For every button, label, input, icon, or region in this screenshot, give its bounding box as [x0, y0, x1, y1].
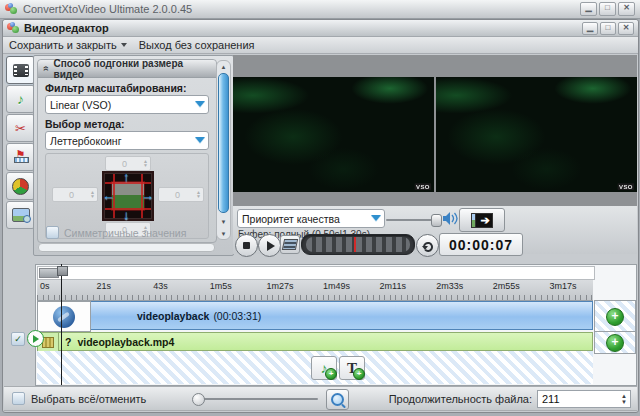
tool-color-adjust[interactable] — [6, 172, 35, 200]
scrub-position-marker[interactable] — [354, 237, 356, 252]
playhead-handle[interactable] — [57, 266, 68, 276]
timeline-scrollbar[interactable] — [37, 266, 595, 280]
spinner-down-icon[interactable]: ▼ — [621, 399, 627, 405]
watermark: VSO — [617, 183, 634, 190]
menu-bar: Сохранить и закрыть Выход без сохранения — [3, 37, 638, 54]
tool-sidebar: ♪ ✂ ⚑ — [4, 55, 35, 230]
scroll-up-icon[interactable]: ▲ — [217, 61, 230, 72]
pad-right-spinner[interactable]: 0▲▼ — [158, 187, 204, 202]
settings-hscrollbar[interactable] — [38, 243, 215, 252]
scroll-down-icon[interactable]: ▼ — [217, 216, 230, 227]
add-video-cell: + — [594, 300, 636, 333]
speaker-icon — [442, 211, 458, 226]
tool-video-clip[interactable] — [6, 56, 35, 84]
bottom-bar: Выбрать всё/отменить Продолжительность ф… — [4, 386, 637, 411]
watermark: VSO — [414, 183, 431, 190]
film-icon — [13, 64, 29, 77]
app-window: ConvertXtoVideo Ultimate 2.0.0.45 ▁ □ ✕ … — [0, 0, 640, 416]
menu-exit-no-save[interactable]: Выход без сохранения — [133, 39, 261, 51]
duration-label: Продолжительность файла: — [389, 393, 532, 405]
ruler-tick: 21s — [97, 281, 112, 291]
scissors-icon: ✂ — [15, 121, 26, 136]
arrow-right-icon[interactable]: → — [141, 190, 154, 202]
add-text-button[interactable]: T + — [339, 356, 365, 380]
ruler-tick: 2m55s — [493, 281, 520, 291]
ruler-tick: 0s — [40, 281, 50, 291]
editor-minimize-icon[interactable]: ▁ — [582, 22, 598, 35]
tool-audio[interactable]: ♪ — [6, 85, 35, 113]
quality-select[interactable]: Приоритет качества — [237, 209, 385, 228]
minimize-icon[interactable]: ▁ — [580, 2, 597, 16]
color-wheel-icon — [12, 178, 29, 195]
tool-cut[interactable]: ✂ — [6, 114, 35, 142]
plus-icon: + — [325, 368, 337, 380]
ruler-tick: 3m17s — [549, 281, 576, 291]
tool-chapters[interactable]: ⚑ — [6, 143, 35, 171]
empty-track-area: ♪ + T + — [37, 351, 593, 384]
volume-knob[interactable] — [431, 214, 442, 227]
select-all-checkbox[interactable] — [12, 392, 25, 405]
seek-scrubber[interactable] — [301, 234, 415, 255]
add-audio-button[interactable]: ♪ + — [311, 356, 337, 380]
pad-left-spinner[interactable]: 0▲▼ — [52, 187, 98, 202]
settings-panel: » Способ подгонки размера видео Фильтр м… — [33, 55, 234, 256]
arrow-up-icon[interactable]: ↑ — [123, 171, 130, 183]
scrollbar-thumb[interactable] — [218, 73, 229, 213]
tool-subtitle-image[interactable] — [6, 201, 35, 229]
play-icon — [267, 241, 275, 251]
close-icon[interactable]: ✕ — [618, 2, 635, 16]
video-frame-processed: VSO — [436, 77, 637, 192]
loop-icon — [421, 239, 434, 252]
timeline-ruler-labels[interactable]: 0s21s43s1m5s1m27s1m49s2m11s2m33s2m55s3m1… — [37, 280, 593, 301]
preview-controls: Приоритет качества ➔ Буфер: полный (0,50… — [233, 206, 637, 254]
add-video-plus-button[interactable]: + — [606, 308, 624, 326]
compare-preview-button[interactable]: ➔ — [459, 208, 505, 232]
filmstrip-icon — [282, 239, 298, 250]
audio-enabled-checkbox[interactable]: ✓ — [11, 332, 25, 346]
video-track-row: videoplayback (00:03:31) — [37, 301, 593, 330]
dropdown-arrow-icon — [195, 137, 205, 143]
arrow-right-icon: ➔ — [480, 214, 489, 227]
maximize-icon[interactable]: □ — [599, 2, 616, 16]
zoom-slider[interactable] — [196, 398, 318, 400]
editor-close-icon[interactable]: ✕ — [618, 22, 634, 35]
scaling-filter-select[interactable]: Linear (VSO) — [45, 95, 209, 114]
file-duration-spinner[interactable]: 211 ▲▼ — [537, 390, 631, 408]
dropdown-arrow-icon — [371, 215, 381, 221]
video-clip[interactable]: videoplayback (00:03:31) — [91, 301, 593, 330]
arrow-left-icon[interactable]: ← — [102, 190, 115, 202]
symmetric-values-row: Симметричные значения — [46, 226, 186, 239]
loop-button[interactable] — [416, 234, 439, 257]
method-select[interactable]: Леттербокоинг — [45, 131, 209, 150]
filter-label: Фильтр масштабирования: — [45, 82, 209, 94]
magnifier-icon — [331, 393, 344, 406]
app-icon — [5, 3, 18, 15]
timeline-panel: 0s21s43s1m5s1m27s1m49s2m11s2m33s2m55s3m1… — [35, 264, 637, 386]
settings-scrollbar[interactable]: ▲ ▼ ▼ — [216, 60, 231, 240]
add-audio-cell: + — [594, 331, 636, 354]
timeline-scroll-thumb[interactable] — [39, 268, 59, 278]
outer-titlebar: ConvertXtoVideo Ultimate 2.0.0.45 ▁ □ ✕ — [0, 0, 640, 19]
film-reel-icon — [53, 306, 75, 328]
stop-button[interactable] — [235, 234, 258, 257]
resize-group: » Способ подгонки размера видео Фильтр м… — [37, 59, 217, 243]
play-button[interactable] — [258, 234, 281, 257]
zoom-slider-knob[interactable] — [192, 393, 205, 406]
editor-titlebar: Видеоредактор ▁ □ ✕ — [3, 20, 638, 37]
crop-preview-thumbnail: ↑ ↓ ← → — [104, 173, 152, 219]
editor-maximize-icon[interactable]: □ — [600, 22, 616, 35]
window-title: ConvertXtoVideo Ultimate 2.0.0.45 — [23, 3, 192, 15]
playhead-line[interactable] — [61, 264, 62, 385]
add-audio-plus-button[interactable]: + — [606, 334, 624, 352]
audio-preview-play-button[interactable] — [27, 330, 44, 347]
audio-clip[interactable]: ? videoplayback.mp4 — [59, 332, 593, 351]
collapse-icon: » — [40, 66, 51, 72]
symmetric-checkbox[interactable] — [46, 226, 59, 239]
scroll-down-icon[interactable]: ▼ — [217, 228, 230, 239]
frame-step-button[interactable] — [280, 235, 300, 254]
arrow-down-icon[interactable]: ↓ — [123, 209, 130, 221]
group-header[interactable]: » Способ подгонки размера видео — [38, 60, 216, 78]
zoom-button[interactable] — [326, 389, 349, 410]
menu-save-close[interactable]: Сохранить и закрыть — [3, 39, 133, 51]
ruler-tick: 43s — [153, 281, 168, 291]
